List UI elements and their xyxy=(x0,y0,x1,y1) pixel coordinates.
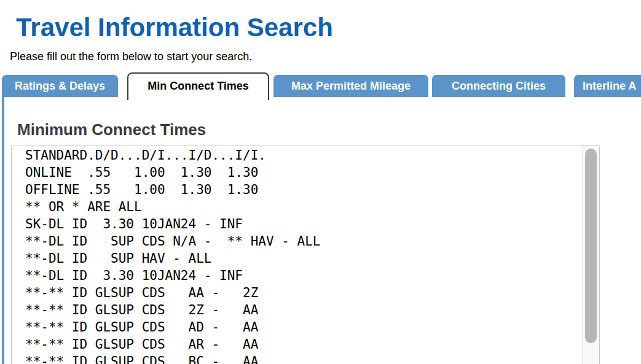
scrollbar-thumb[interactable] xyxy=(585,149,597,343)
tab-interline-agreements[interactable]: Interline A xyxy=(574,75,641,97)
tab-min-connect-times[interactable]: Min Connect Times xyxy=(127,72,269,100)
tab-bar: Ratings & Delays Min Connect Times Max P… xyxy=(0,0,641,100)
mct-output-text: STANDARD.D/D...D/I...I/D...I/I. ONLINE .… xyxy=(12,145,582,364)
tab-connecting-cities[interactable]: Connecting Cities xyxy=(432,75,565,97)
tab-max-permitted-mileage[interactable]: Max Permitted Mileage xyxy=(273,75,428,97)
mct-output-box[interactable]: STANDARD.D/D...D/I...I/D...I/I. ONLINE .… xyxy=(11,145,600,364)
panel-left-border xyxy=(2,97,4,364)
tab-ratings-delays[interactable]: Ratings & Delays xyxy=(2,75,118,97)
section-heading: Minimum Connect Times xyxy=(17,122,206,137)
vertical-scrollbar[interactable] xyxy=(582,145,599,364)
